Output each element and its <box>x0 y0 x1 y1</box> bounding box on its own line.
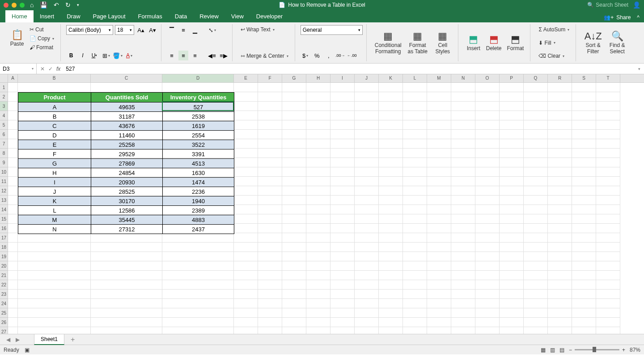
expand-formula-icon[interactable]: ▾ <box>635 67 644 71</box>
table-cell[interactable]: 27312 <box>91 225 163 234</box>
clear-button[interactable]: ⌫Clear <box>536 51 572 60</box>
increase-font-icon[interactable]: A▴ <box>136 25 146 35</box>
tab-draw[interactable]: Draw <box>60 10 86 22</box>
format-as-table-button[interactable]: ▦Format as Table <box>404 25 431 60</box>
cut-button[interactable]: ✂Cut <box>27 25 57 34</box>
normal-view-icon[interactable]: ▦ <box>541 347 546 353</box>
decrease-font-icon[interactable]: A▾ <box>148 25 157 35</box>
tab-view[interactable]: View <box>225 10 250 22</box>
table-cell[interactable]: 527 <box>163 102 234 112</box>
table-cell[interactable]: 20930 <box>91 178 163 187</box>
delete-cells-button[interactable]: ⬒Delete <box>483 25 504 60</box>
row-header-9[interactable]: 9 <box>0 158 8 167</box>
table-cell[interactable]: 29529 <box>91 149 163 159</box>
name-box[interactable]: D3 ▾ <box>0 64 37 74</box>
row-header-3[interactable]: 3 <box>0 102 8 111</box>
formula-input[interactable]: 527 <box>63 66 635 72</box>
col-header-G[interactable]: G <box>282 74 306 82</box>
col-header-N[interactable]: N <box>451 74 475 82</box>
save-icon[interactable]: 💾 <box>40 1 47 9</box>
row-header-17[interactable]: 17 <box>0 233 8 243</box>
autosum-button[interactable]: ΣAutoSum <box>536 25 572 34</box>
tab-insert[interactable]: Insert <box>34 10 61 22</box>
col-header-H[interactable]: H <box>306 74 330 82</box>
minimize-window-button[interactable] <box>12 3 17 8</box>
table-cell[interactable]: 2389 <box>163 206 234 215</box>
table-cell[interactable]: 31187 <box>91 112 163 121</box>
col-header-P[interactable]: P <box>500 74 524 82</box>
col-header-D[interactable]: D <box>162 74 234 82</box>
copy-button[interactable]: 📄Copy <box>27 34 57 43</box>
col-header-A[interactable]: A <box>8 74 18 82</box>
cancel-formula-icon[interactable]: ✕ <box>40 66 45 72</box>
table-cell[interactable]: 4513 <box>163 159 234 168</box>
find-select-button[interactable]: 🔍Find & Select <box>605 25 630 60</box>
table-cell[interactable]: 11460 <box>91 131 163 140</box>
row-header-22[interactable]: 22 <box>0 280 8 290</box>
row-header-20[interactable]: 20 <box>0 261 8 271</box>
collapse-ribbon-icon[interactable]: ^ <box>637 14 640 21</box>
table-cell[interactable]: L <box>18 206 91 215</box>
share-button[interactable]: Share <box>616 14 631 21</box>
table-cell[interactable]: E <box>18 140 91 149</box>
table-cell[interactable]: 2554 <box>163 131 234 140</box>
table-cell[interactable]: 28525 <box>91 187 163 196</box>
row-header-11[interactable]: 11 <box>0 177 8 186</box>
col-header-C[interactable]: C <box>91 74 162 82</box>
orientation-icon[interactable]: ⤡ <box>207 25 217 35</box>
italic-button[interactable]: I <box>78 51 88 60</box>
align-top-icon[interactable]: ▔ <box>167 25 177 35</box>
row-header-5[interactable]: 5 <box>0 120 8 130</box>
col-header-L[interactable]: L <box>403 74 427 82</box>
align-middle-icon[interactable]: ≡ <box>178 25 188 35</box>
tab-developer[interactable]: Developer <box>250 10 289 22</box>
row-header-12[interactable]: 12 <box>0 186 8 196</box>
table-cell[interactable]: 25258 <box>91 140 163 149</box>
col-header-Q[interactable]: Q <box>524 74 548 82</box>
row-header-4[interactable]: 4 <box>0 111 8 120</box>
table-cell[interactable]: F <box>18 149 91 159</box>
row-header-16[interactable]: 16 <box>0 224 8 233</box>
col-header-M[interactable]: M <box>427 74 451 82</box>
font-size-combo[interactable]: ▾ <box>115 25 134 35</box>
table-cell[interactable]: B <box>18 112 91 121</box>
zoom-slider[interactable]: − + <box>569 347 625 353</box>
number-format-combo[interactable]: ▾ <box>301 25 363 35</box>
col-header-O[interactable]: O <box>475 74 500 82</box>
increase-indent-icon[interactable]: ≡▶ <box>219 51 229 60</box>
spreadsheet-grid[interactable]: ABCDEFGHIJKLMNOPQRST 1234567891011121314… <box>0 74 644 334</box>
page-layout-view-icon[interactable]: ▥ <box>550 347 555 353</box>
decrease-indent-icon[interactable]: ◀≡ <box>207 51 217 60</box>
table-cell[interactable]: K <box>18 196 91 206</box>
table-cell[interactable]: 1630 <box>163 168 234 178</box>
sheet-tab-sheet1[interactable]: Sheet1 <box>34 334 64 345</box>
row-header-10[interactable]: 10 <box>0 167 8 177</box>
format-cells-button[interactable]: ⬒Format <box>504 25 526 60</box>
conditional-formatting-button[interactable]: ▦Conditional Formatting <box>372 25 404 60</box>
table-cell[interactable]: 2236 <box>163 187 234 196</box>
table-cell[interactable]: I <box>18 178 91 187</box>
underline-button[interactable]: U▾ <box>89 51 99 60</box>
redo-icon[interactable]: ↻ <box>65 1 71 9</box>
col-header-K[interactable]: K <box>379 74 403 82</box>
tab-data[interactable]: Data <box>169 10 193 22</box>
table-cell[interactable]: M <box>18 215 91 225</box>
tab-page-layout[interactable]: Page Layout <box>87 10 132 22</box>
borders-button[interactable]: ⊞ <box>101 51 111 60</box>
increase-decimal-icon[interactable]: .00→ <box>335 51 345 60</box>
fx-icon[interactable]: fx <box>56 66 63 72</box>
page-break-view-icon[interactable]: ▤ <box>559 347 564 353</box>
row-header-23[interactable]: 23 <box>0 290 8 299</box>
cell-styles-button[interactable]: ▦Cell Styles <box>431 25 454 60</box>
paste-button[interactable]: 📋 Paste <box>7 25 27 52</box>
row-header-18[interactable]: 18 <box>0 243 8 252</box>
tab-formulas[interactable]: Formulas <box>132 10 169 22</box>
row-header-26[interactable]: 26 <box>0 318 8 327</box>
table-header[interactable]: Quantities Sold <box>91 93 163 102</box>
row-header-27[interactable]: 27 <box>0 327 8 334</box>
enter-formula-icon[interactable]: ✓ <box>48 66 53 72</box>
qat-customize-icon[interactable]: ▾ <box>77 3 79 7</box>
decrease-decimal-icon[interactable]: ←.00 <box>347 51 357 60</box>
macro-icon[interactable]: ▣ <box>25 347 30 353</box>
currency-button[interactable]: $ <box>301 51 310 60</box>
